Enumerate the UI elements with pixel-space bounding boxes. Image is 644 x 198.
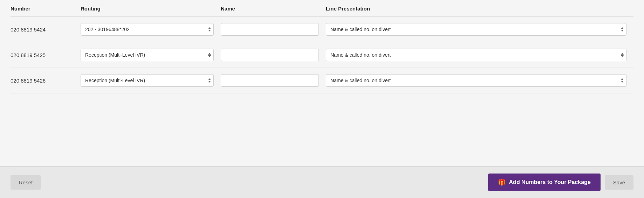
line-pres-cell-3: Name & called no. on divert Name only Ca… [326, 74, 633, 87]
routing-select-2[interactable]: 202 - 30196488*202 Reception (Multi-Leve… [81, 49, 214, 61]
number-cell-2: 020 8819 5425 [11, 52, 81, 58]
header-name: Name [221, 6, 326, 12]
line-pres-cell-1: Name & called no. on divert Name only Ca… [326, 23, 633, 36]
table-row: 020 8819 5426 202 - 30196488*202 Recepti… [11, 68, 633, 93]
name-cell-2 [221, 49, 326, 61]
header-number: Number [11, 6, 81, 12]
routing-select-container-1: 202 - 30196488*202 Reception (Multi-Leve… [81, 23, 214, 36]
page-wrapper: Number Routing Name Line Presentation 02… [0, 0, 644, 198]
name-input-1[interactable] [221, 23, 319, 36]
line-pres-cell-2: Name & called no. on divert Name only Ca… [326, 49, 633, 61]
line-pres-select-container-3: Name & called no. on divert Name only Ca… [326, 74, 626, 87]
save-button[interactable]: Save [605, 175, 633, 190]
routing-cell-3: 202 - 30196488*202 Reception (Multi-Leve… [81, 74, 221, 87]
name-input-3[interactable] [221, 74, 319, 87]
header-routing: Routing [81, 6, 221, 12]
routing-cell-2: 202 - 30196488*202 Reception (Multi-Leve… [81, 49, 221, 61]
number-cell-1: 020 8819 5424 [11, 27, 81, 33]
line-pres-select-container-2: Name & called no. on divert Name only Ca… [326, 49, 626, 61]
line-pres-select-container-1: Name & called no. on divert Name only Ca… [326, 23, 626, 36]
footer-section: Reset 🎁 Add Numbers to Your Package Save [0, 166, 644, 198]
table-container: Number Routing Name Line Presentation 02… [11, 0, 633, 93]
name-cell-1 [221, 23, 326, 36]
table-section: Number Routing Name Line Presentation 02… [0, 0, 644, 166]
routing-select-1[interactable]: 202 - 30196488*202 Reception (Multi-Leve… [81, 23, 214, 36]
table-row: 020 8819 5425 202 - 30196488*202 Recepti… [11, 42, 633, 68]
number-cell-3: 020 8819 5426 [11, 78, 81, 84]
line-pres-select-2[interactable]: Name & called no. on divert Name only Ca… [326, 49, 626, 61]
reset-button[interactable]: Reset [11, 175, 41, 190]
line-pres-select-3[interactable]: Name & called no. on divert Name only Ca… [326, 74, 626, 87]
add-numbers-button[interactable]: 🎁 Add Numbers to Your Package [488, 174, 601, 191]
line-pres-select-1[interactable]: Name & called no. on divert Name only Ca… [326, 23, 626, 36]
footer-right: 🎁 Add Numbers to Your Package Save [488, 174, 633, 191]
routing-select-container-3: 202 - 30196488*202 Reception (Multi-Leve… [81, 74, 214, 87]
add-numbers-label: Add Numbers to Your Package [509, 179, 591, 185]
routing-select-container-2: 202 - 30196488*202 Reception (Multi-Leve… [81, 49, 214, 61]
table-header: Number Routing Name Line Presentation [11, 0, 633, 17]
gift-icon: 🎁 [498, 178, 506, 186]
name-input-2[interactable] [221, 49, 319, 61]
header-line-presentation: Line Presentation [326, 6, 633, 12]
name-cell-3 [221, 74, 326, 87]
routing-cell-1: 202 - 30196488*202 Reception (Multi-Leve… [81, 23, 221, 36]
table-row: 020 8819 5424 202 - 30196488*202 Recepti… [11, 17, 633, 42]
routing-select-3[interactable]: 202 - 30196488*202 Reception (Multi-Leve… [81, 74, 214, 87]
